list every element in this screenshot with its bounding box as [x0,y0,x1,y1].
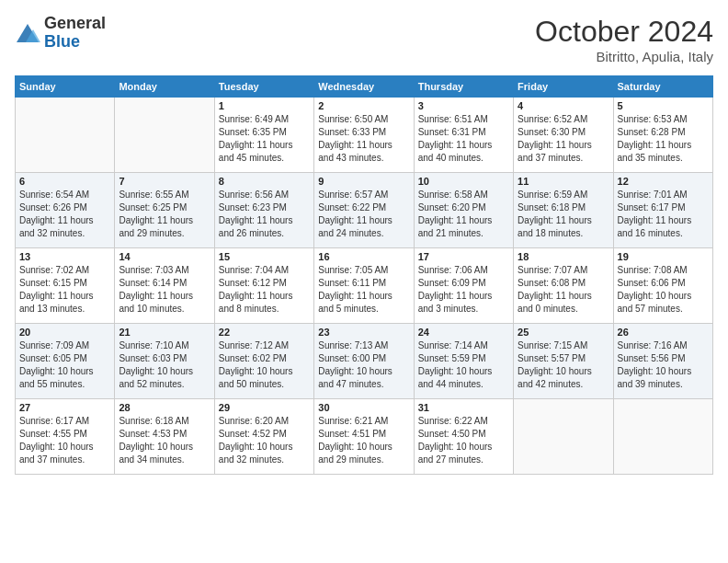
day-number: 6 [19,176,110,187]
table-row: 1Sunrise: 6:49 AM Sunset: 6:35 PM Daylig… [214,98,313,173]
table-row: 7Sunrise: 6:55 AM Sunset: 6:25 PM Daylig… [115,173,214,248]
day-number: 29 [219,402,310,413]
day-number: 16 [318,251,409,262]
logo: General Blue [15,15,106,52]
day-number: 23 [318,327,409,338]
page: General Blue October 2024 Bitritto, Apul… [0,0,728,563]
day-info: Sunrise: 7:14 AM Sunset: 5:59 PM Dayligh… [418,339,509,391]
day-number: 3 [418,100,509,111]
calendar-header-row: Sunday Monday Tuesday Wednesday Thursday… [16,76,713,98]
table-row: 31Sunrise: 6:22 AM Sunset: 4:50 PM Dayli… [414,399,513,475]
table-row: 20Sunrise: 7:09 AM Sunset: 6:05 PM Dayli… [16,324,115,399]
day-info: Sunrise: 7:08 AM Sunset: 6:06 PM Dayligh… [618,264,709,316]
day-number: 24 [418,327,509,338]
col-sunday: Sunday [16,76,115,98]
day-number: 5 [618,100,709,111]
table-row: 14Sunrise: 7:03 AM Sunset: 6:14 PM Dayli… [115,248,214,324]
logo-general-text: General [44,15,106,33]
day-info: Sunrise: 6:55 AM Sunset: 6:25 PM Dayligh… [119,189,210,240]
day-number: 15 [219,251,310,262]
day-number: 27 [19,402,110,413]
day-info: Sunrise: 7:06 AM Sunset: 6:09 PM Dayligh… [418,264,509,316]
logo-icon [15,20,40,46]
col-thursday: Thursday [414,76,513,98]
day-info: Sunrise: 7:12 AM Sunset: 6:02 PM Dayligh… [219,339,310,391]
logo-blue-text: Blue [44,33,106,52]
table-row: 15Sunrise: 7:04 AM Sunset: 6:12 PM Dayli… [214,248,313,324]
table-row: 30Sunrise: 6:21 AM Sunset: 4:51 PM Dayli… [314,399,414,475]
calendar-week-row: 1Sunrise: 6:49 AM Sunset: 6:35 PM Daylig… [16,98,713,173]
day-number: 7 [119,176,210,187]
table-row: 18Sunrise: 7:07 AM Sunset: 6:08 PM Dayli… [514,248,613,324]
col-tuesday: Tuesday [214,76,313,98]
day-number: 2 [318,100,409,111]
day-number: 21 [119,327,210,338]
calendar-week-row: 20Sunrise: 7:09 AM Sunset: 6:05 PM Dayli… [16,324,713,399]
day-number: 13 [19,251,110,262]
table-row: 25Sunrise: 7:15 AM Sunset: 5:57 PM Dayli… [514,324,613,399]
table-row: 23Sunrise: 7:13 AM Sunset: 6:00 PM Dayli… [314,324,414,399]
table-row: 29Sunrise: 6:20 AM Sunset: 4:52 PM Dayli… [214,399,313,475]
day-info: Sunrise: 7:15 AM Sunset: 5:57 PM Dayligh… [518,339,609,391]
table-row: 11Sunrise: 6:59 AM Sunset: 6:18 PM Dayli… [514,173,613,248]
day-info: Sunrise: 7:13 AM Sunset: 6:00 PM Dayligh… [318,339,409,391]
day-info: Sunrise: 6:56 AM Sunset: 6:23 PM Dayligh… [219,189,310,240]
col-friday: Friday [514,76,613,98]
table-row: 2Sunrise: 6:50 AM Sunset: 6:33 PM Daylig… [314,98,414,173]
month-title: October 2024 [535,15,713,49]
day-info: Sunrise: 6:20 AM Sunset: 4:52 PM Dayligh… [219,415,310,466]
header: General Blue October 2024 Bitritto, Apul… [15,15,713,64]
day-info: Sunrise: 7:16 AM Sunset: 5:56 PM Dayligh… [618,339,709,391]
table-row: 27Sunrise: 6:17 AM Sunset: 4:55 PM Dayli… [16,399,115,475]
day-number: 19 [618,251,709,262]
col-saturday: Saturday [613,76,712,98]
table-row: 26Sunrise: 7:16 AM Sunset: 5:56 PM Dayli… [613,324,712,399]
table-row: 17Sunrise: 7:06 AM Sunset: 6:09 PM Dayli… [414,248,513,324]
day-number: 12 [618,176,709,187]
table-row: 21Sunrise: 7:10 AM Sunset: 6:03 PM Dayli… [115,324,214,399]
table-row: 22Sunrise: 7:12 AM Sunset: 6:02 PM Dayli… [214,324,313,399]
title-block: October 2024 Bitritto, Apulia, Italy [535,15,713,64]
day-number: 10 [418,176,509,187]
table-row: 3Sunrise: 6:51 AM Sunset: 6:31 PM Daylig… [414,98,513,173]
table-row: 10Sunrise: 6:58 AM Sunset: 6:20 PM Dayli… [414,173,513,248]
table-row: 13Sunrise: 7:02 AM Sunset: 6:15 PM Dayli… [16,248,115,324]
table-row: 24Sunrise: 7:14 AM Sunset: 5:59 PM Dayli… [414,324,513,399]
calendar-week-row: 13Sunrise: 7:02 AM Sunset: 6:15 PM Dayli… [16,248,713,324]
location-title: Bitritto, Apulia, Italy [535,49,713,64]
col-monday: Monday [115,76,214,98]
day-info: Sunrise: 6:18 AM Sunset: 4:53 PM Dayligh… [119,415,210,466]
day-info: Sunrise: 6:59 AM Sunset: 6:18 PM Dayligh… [518,189,609,240]
day-info: Sunrise: 7:01 AM Sunset: 6:17 PM Dayligh… [618,189,709,240]
day-number: 25 [518,327,609,338]
logo-text: General Blue [44,15,106,52]
day-info: Sunrise: 6:49 AM Sunset: 6:35 PM Dayligh… [219,113,310,165]
calendar-week-row: 6Sunrise: 6:54 AM Sunset: 6:26 PM Daylig… [16,173,713,248]
day-info: Sunrise: 6:50 AM Sunset: 6:33 PM Dayligh… [318,113,409,165]
day-info: Sunrise: 6:58 AM Sunset: 6:20 PM Dayligh… [418,189,509,240]
day-info: Sunrise: 7:09 AM Sunset: 6:05 PM Dayligh… [19,339,110,391]
table-row [613,399,712,475]
day-number: 17 [418,251,509,262]
table-row: 8Sunrise: 6:56 AM Sunset: 6:23 PM Daylig… [214,173,313,248]
day-info: Sunrise: 6:22 AM Sunset: 4:50 PM Dayligh… [418,415,509,466]
day-number: 28 [119,402,210,413]
day-number: 20 [19,327,110,338]
day-number: 26 [618,327,709,338]
day-number: 22 [219,327,310,338]
day-number: 1 [219,100,310,111]
table-row: 16Sunrise: 7:05 AM Sunset: 6:11 PM Dayli… [314,248,414,324]
day-number: 11 [518,176,609,187]
table-row: 12Sunrise: 7:01 AM Sunset: 6:17 PM Dayli… [613,173,712,248]
calendar-table: Sunday Monday Tuesday Wednesday Thursday… [15,75,713,475]
day-info: Sunrise: 6:51 AM Sunset: 6:31 PM Dayligh… [418,113,509,165]
table-row [514,399,613,475]
day-info: Sunrise: 7:10 AM Sunset: 6:03 PM Dayligh… [119,339,210,391]
day-info: Sunrise: 6:21 AM Sunset: 4:51 PM Dayligh… [318,415,409,466]
table-row: 28Sunrise: 6:18 AM Sunset: 4:53 PM Dayli… [115,399,214,475]
day-info: Sunrise: 7:02 AM Sunset: 6:15 PM Dayligh… [19,264,110,316]
day-info: Sunrise: 7:04 AM Sunset: 6:12 PM Dayligh… [219,264,310,316]
day-info: Sunrise: 6:54 AM Sunset: 6:26 PM Dayligh… [19,189,110,240]
day-number: 30 [318,402,409,413]
day-info: Sunrise: 6:52 AM Sunset: 6:30 PM Dayligh… [518,113,609,165]
